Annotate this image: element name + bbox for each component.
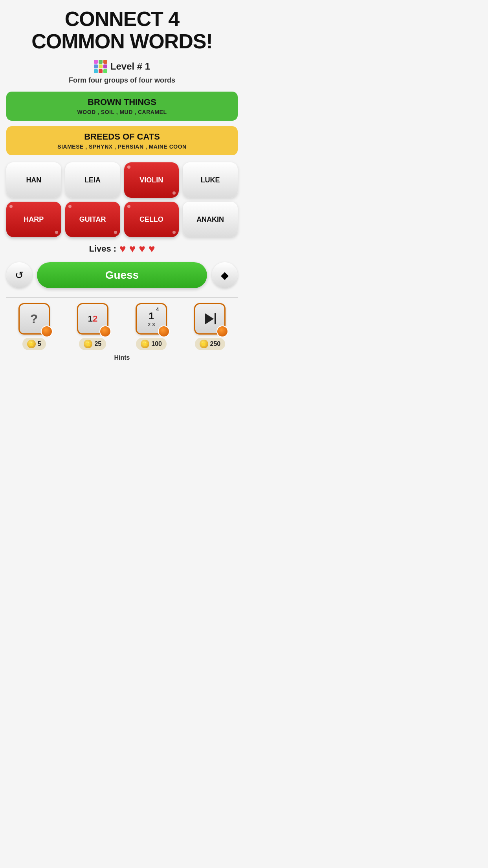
hint-item-swap: 1 2 ⭐ 25 xyxy=(65,303,120,350)
hint-item-skip: ⭐ 250 xyxy=(182,303,238,350)
category-green-title: BROWN THINGS xyxy=(14,97,230,107)
level-label: Level # 1 xyxy=(110,61,150,72)
shuffle-button[interactable]: ↺ xyxy=(6,262,32,288)
guess-button[interactable]: Guess xyxy=(37,262,207,288)
hints-row: ? ⭐ 5 1 2 ⭐ 25 4 xyxy=(6,303,238,350)
word-tile-violin[interactable]: VIOLIN xyxy=(124,162,179,198)
category-yellow: BREEDS OF CATS SIAMESE , SPHYNX , PERSIA… xyxy=(6,126,238,155)
category-green: BROWN THINGS WOOD , SOIL , MUD , CARAMEL xyxy=(6,92,238,121)
heart-2: ♥ xyxy=(129,243,136,255)
word-tile-harp[interactable]: HARP xyxy=(6,202,61,237)
lives-row: Lives : ♥ ♥ ♥ ♥ xyxy=(89,243,155,255)
coin-4: ⭐ xyxy=(200,340,208,348)
word-tile-leia[interactable]: LEIA xyxy=(65,162,120,198)
hint-skip-button[interactable] xyxy=(194,303,226,335)
coin-2: ⭐ xyxy=(84,340,92,348)
coin-3: ⭐ xyxy=(141,340,149,348)
grid-icon xyxy=(94,60,107,73)
hint-question-button[interactable]: ? xyxy=(18,303,50,335)
orange-dot-3 xyxy=(158,326,170,337)
word-tile-luke[interactable]: LUKE xyxy=(183,162,238,198)
erase-icon: ◆ xyxy=(221,269,229,281)
word-tile-anakin[interactable]: ANAKIN xyxy=(183,202,238,237)
hint-swap-cost: ⭐ 25 xyxy=(79,338,106,350)
page-title: CONNECT 4COMMON WORDS! xyxy=(31,8,213,53)
action-row: ↺ Guess ◆ xyxy=(6,262,238,288)
shuffle-icon: ↺ xyxy=(15,269,24,281)
hint-order-button[interactable]: 4 1 23 xyxy=(136,303,167,335)
category-yellow-title: BREEDS OF CATS xyxy=(14,132,230,142)
heart-3: ♥ xyxy=(139,243,145,255)
hint-swap-button[interactable]: 1 2 xyxy=(77,303,108,335)
hint-question-cost: ⭐ 5 xyxy=(22,338,46,350)
category-green-words: WOOD , SOIL , MUD , CARAMEL xyxy=(14,109,230,115)
order-numbers: 4 1 23 xyxy=(148,311,155,327)
hint-item-question: ? ⭐ 5 xyxy=(6,303,62,350)
orange-dot-2 xyxy=(99,326,111,337)
level-row: Level # 1 xyxy=(94,60,150,73)
hints-label: Hints xyxy=(6,354,238,361)
hint-item-order: 4 1 23 ⭐ 100 xyxy=(124,303,179,350)
orange-dot-4 xyxy=(216,326,228,337)
heart-1: ♥ xyxy=(119,243,126,255)
orange-dot-1 xyxy=(41,326,53,337)
word-tile-cello[interactable]: CELLO xyxy=(124,202,179,237)
word-grid: HANLEIAVIOLINLUKEHARPGUITARCELLOANAKIN xyxy=(6,162,238,237)
hint-skip-cost: ⭐ 250 xyxy=(195,338,226,350)
skip-icon xyxy=(204,313,216,324)
guess-label: Guess xyxy=(105,269,139,281)
word-tile-guitar[interactable]: GUITAR xyxy=(65,202,120,237)
heart-4: ♥ xyxy=(149,243,155,255)
hint-order-cost: ⭐ 100 xyxy=(136,338,167,350)
lives-label: Lives : xyxy=(89,244,116,254)
erase-button[interactable]: ◆ xyxy=(212,262,238,288)
coin-1: ⭐ xyxy=(27,340,36,348)
word-tile-han[interactable]: HAN xyxy=(6,162,61,198)
hints-section: ? ⭐ 5 1 2 ⭐ 25 4 xyxy=(6,297,238,361)
subtitle: Form four groups of four words xyxy=(69,76,175,85)
category-yellow-words: SIAMESE , SPHYNX , PERSIAN , MAINE COON xyxy=(14,143,230,150)
